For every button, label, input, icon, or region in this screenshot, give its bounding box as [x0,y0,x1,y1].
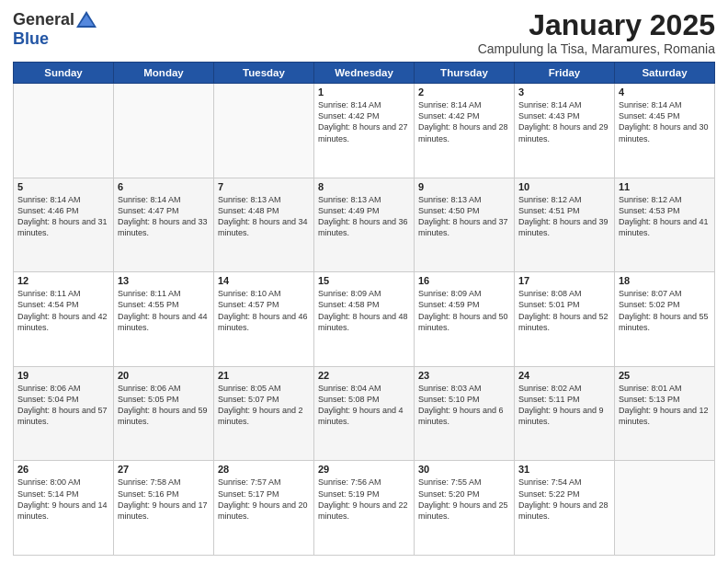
day-number: 10 [518,181,610,192]
day-info: Sunrise: 8:04 AM Sunset: 5:08 PM Dayligh… [318,383,410,428]
subtitle: Campulung la Tisa, Maramures, Romania [478,41,715,56]
calendar-cell: 3Sunrise: 8:14 AM Sunset: 4:43 PM Daylig… [515,84,615,178]
day-info: Sunrise: 7:57 AM Sunset: 5:17 PM Dayligh… [218,477,310,522]
calendar-cell: 5Sunrise: 8:14 AM Sunset: 4:46 PM Daylig… [14,178,114,272]
page: General Blue January 2025 Campulung la T… [0,0,728,563]
day-info: Sunrise: 8:01 AM Sunset: 5:13 PM Dayligh… [619,383,711,428]
calendar-cell: 6Sunrise: 8:14 AM Sunset: 4:47 PM Daylig… [114,178,214,272]
day-number: 3 [518,86,610,98]
day-number: 6 [118,181,210,192]
day-number: 20 [118,370,210,381]
day-number: 26 [17,464,109,475]
weekday-header-monday: Monday [114,63,214,84]
calendar-cell [615,461,715,556]
day-info: Sunrise: 8:02 AM Sunset: 5:11 PM Dayligh… [518,383,610,428]
calendar-cell: 29Sunrise: 7:56 AM Sunset: 5:19 PM Dayli… [314,461,415,556]
weekday-header-sunday: Sunday [14,63,114,84]
logo-general: General [13,10,74,29]
day-number: 21 [218,370,310,381]
day-number: 22 [318,370,410,381]
day-info: Sunrise: 8:11 AM Sunset: 4:55 PM Dayligh… [118,288,210,333]
day-number: 23 [418,370,510,381]
month-title: January 2025 [478,9,715,41]
calendar-week-5: 26Sunrise: 8:00 AM Sunset: 5:14 PM Dayli… [14,461,715,556]
day-number: 7 [218,181,310,192]
calendar-cell: 10Sunrise: 8:12 AM Sunset: 4:51 PM Dayli… [515,178,615,272]
weekday-header-wednesday: Wednesday [314,63,415,84]
calendar-week-2: 5Sunrise: 8:14 AM Sunset: 4:46 PM Daylig… [14,178,715,272]
calendar-cell: 23Sunrise: 8:03 AM Sunset: 5:10 PM Dayli… [415,366,515,461]
day-info: Sunrise: 8:14 AM Sunset: 4:45 PM Dayligh… [619,99,711,144]
calendar-cell: 27Sunrise: 7:58 AM Sunset: 5:16 PM Dayli… [114,461,214,556]
day-number: 13 [118,275,210,286]
day-info: Sunrise: 8:07 AM Sunset: 5:02 PM Dayligh… [619,288,711,333]
calendar-cell: 11Sunrise: 8:12 AM Sunset: 4:53 PM Dayli… [615,178,715,272]
day-number: 29 [318,464,410,475]
day-number: 12 [17,275,109,286]
day-number: 27 [118,464,210,475]
day-info: Sunrise: 8:12 AM Sunset: 4:53 PM Dayligh… [619,194,711,239]
day-number: 25 [619,370,711,381]
day-info: Sunrise: 8:05 AM Sunset: 5:07 PM Dayligh… [218,383,310,428]
day-info: Sunrise: 8:14 AM Sunset: 4:42 PM Dayligh… [318,99,410,144]
calendar-cell: 4Sunrise: 8:14 AM Sunset: 4:45 PM Daylig… [615,84,715,178]
day-number: 5 [17,181,109,192]
calendar-cell: 12Sunrise: 8:11 AM Sunset: 4:54 PM Dayli… [14,272,114,367]
day-number: 15 [318,275,410,286]
calendar-cell: 17Sunrise: 8:08 AM Sunset: 5:01 PM Dayli… [515,272,615,367]
logo-area: General Blue [13,9,97,49]
weekday-header-friday: Friday [515,63,615,84]
calendar-cell: 26Sunrise: 8:00 AM Sunset: 5:14 PM Dayli… [14,461,114,556]
calendar-cell: 30Sunrise: 7:55 AM Sunset: 5:20 PM Dayli… [415,461,515,556]
day-info: Sunrise: 8:06 AM Sunset: 5:05 PM Dayligh… [118,383,210,428]
calendar-header: SundayMondayTuesdayWednesdayThursdayFrid… [14,63,715,84]
day-number: 11 [619,181,711,192]
day-info: Sunrise: 7:55 AM Sunset: 5:20 PM Dayligh… [418,477,510,522]
day-info: Sunrise: 8:06 AM Sunset: 5:04 PM Dayligh… [17,383,109,428]
day-number: 17 [518,275,610,286]
calendar-cell [114,84,214,178]
calendar-cell: 14Sunrise: 8:10 AM Sunset: 4:57 PM Dayli… [214,272,314,367]
day-info: Sunrise: 8:14 AM Sunset: 4:46 PM Dayligh… [17,194,109,239]
calendar-cell: 18Sunrise: 8:07 AM Sunset: 5:02 PM Dayli… [615,272,715,367]
weekday-row: SundayMondayTuesdayWednesdayThursdayFrid… [14,63,715,84]
logo-blue-text: Blue [13,29,49,49]
calendar-cell: 9Sunrise: 8:13 AM Sunset: 4:50 PM Daylig… [415,178,515,272]
day-number: 2 [418,86,510,98]
calendar-cell: 28Sunrise: 7:57 AM Sunset: 5:17 PM Dayli… [214,461,314,556]
day-info: Sunrise: 8:14 AM Sunset: 4:42 PM Dayligh… [418,99,510,144]
calendar-week-1: 1Sunrise: 8:14 AM Sunset: 4:42 PM Daylig… [14,84,715,178]
day-info: Sunrise: 8:08 AM Sunset: 5:01 PM Dayligh… [518,288,610,333]
day-number: 4 [619,86,711,98]
day-number: 8 [318,181,410,192]
day-number: 18 [619,275,711,286]
day-info: Sunrise: 7:58 AM Sunset: 5:16 PM Dayligh… [118,477,210,522]
day-info: Sunrise: 8:12 AM Sunset: 4:51 PM Dayligh… [518,194,610,239]
calendar-cell [14,84,114,178]
calendar-cell: 1Sunrise: 8:14 AM Sunset: 4:42 PM Daylig… [314,84,415,178]
calendar-cell: 24Sunrise: 8:02 AM Sunset: 5:11 PM Dayli… [515,366,615,461]
day-number: 19 [17,370,109,381]
day-info: Sunrise: 8:14 AM Sunset: 4:47 PM Dayligh… [118,194,210,239]
day-number: 30 [418,464,510,475]
weekday-header-tuesday: Tuesday [214,63,314,84]
day-info: Sunrise: 7:54 AM Sunset: 5:22 PM Dayligh… [518,477,610,522]
logo-icon [76,9,97,29]
day-number: 24 [518,370,610,381]
day-info: Sunrise: 8:03 AM Sunset: 5:10 PM Dayligh… [418,383,510,428]
calendar-cell: 25Sunrise: 8:01 AM Sunset: 5:13 PM Dayli… [615,366,715,461]
calendar-cell: 8Sunrise: 8:13 AM Sunset: 4:49 PM Daylig… [314,178,415,272]
calendar-cell: 21Sunrise: 8:05 AM Sunset: 5:07 PM Dayli… [214,366,314,461]
weekday-header-thursday: Thursday [415,63,515,84]
day-number: 14 [218,275,310,286]
calendar-cell: 22Sunrise: 8:04 AM Sunset: 5:08 PM Dayli… [314,366,415,461]
calendar-cell: 31Sunrise: 7:54 AM Sunset: 5:22 PM Dayli… [515,461,615,556]
day-number: 16 [418,275,510,286]
day-info: Sunrise: 8:13 AM Sunset: 4:48 PM Dayligh… [218,194,310,239]
calendar-cell: 19Sunrise: 8:06 AM Sunset: 5:04 PM Dayli… [14,366,114,461]
weekday-header-saturday: Saturday [615,63,715,84]
day-info: Sunrise: 8:13 AM Sunset: 4:49 PM Dayligh… [318,194,410,239]
day-number: 28 [218,464,310,475]
title-area: January 2025 Campulung la Tisa, Maramure… [478,9,715,56]
logo-text: General [13,9,97,29]
